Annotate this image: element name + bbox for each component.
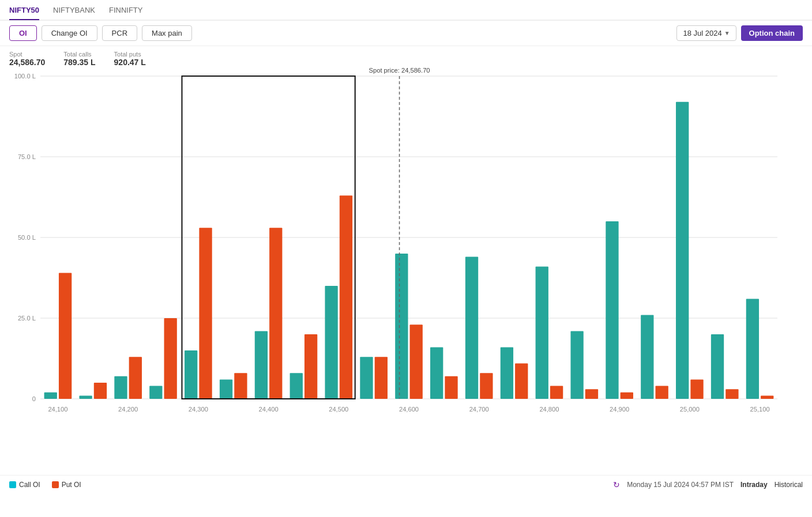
svg-rect-16 [149,386,162,399]
spot-stat: Spot 24,586.70 [9,51,45,67]
svg-text:24,300: 24,300 [189,406,208,413]
svg-rect-18 [185,350,197,399]
svg-rect-49 [725,389,738,399]
svg-text:Spot price: 24,586.70: Spot price: 24,586.70 [369,67,430,74]
svg-text:25,000: 25,000 [680,406,700,413]
svg-rect-28 [360,357,373,399]
footer-right: ↻ Monday 15 Jul 2024 04:57 PM IST Intrad… [613,480,803,489]
svg-rect-31 [410,324,423,399]
svg-rect-33 [445,376,457,399]
svg-rect-21 [234,373,247,399]
svg-text:24,400: 24,400 [259,406,279,413]
svg-text:24,900: 24,900 [610,406,629,413]
historical-button[interactable]: Historical [775,481,803,489]
svg-text:25,100: 25,100 [750,406,770,413]
svg-rect-35 [480,373,493,399]
total-calls-stat: Total calls 789.35 L [63,51,95,67]
svg-rect-51 [761,395,773,399]
svg-rect-12 [79,395,92,399]
svg-rect-42 [606,221,618,399]
put-oi-color [52,481,59,488]
svg-rect-36 [501,347,513,399]
nav-tab-finnifty[interactable]: FINNIFTY [109,1,143,20]
total-puts-stat: Total puts 920.47 L [114,51,146,67]
pcr-button[interactable]: PCR [102,25,137,41]
svg-rect-13 [94,383,107,399]
svg-text:24,600: 24,600 [399,406,419,413]
nav-tab-nifty50[interactable]: NIFTY50 [9,1,39,20]
date-value: 18 Jul 2024 [683,29,721,37]
svg-rect-25 [304,334,317,399]
chart-inner: 025.0 L50.0 L75.0 L100.0 L24,10024,20024… [40,76,777,444]
svg-rect-46 [676,102,689,399]
svg-rect-22 [255,331,268,399]
svg-rect-24 [290,373,303,399]
svg-text:25.0 L: 25.0 L [18,315,36,322]
svg-rect-20 [220,379,232,399]
chevron-down-icon: ▼ [724,30,730,36]
svg-rect-23 [269,228,282,399]
svg-rect-10 [44,393,57,399]
svg-rect-14 [114,376,127,399]
svg-text:75.0 L: 75.0 L [18,153,36,160]
svg-text:50.0 L: 50.0 L [18,234,36,241]
svg-rect-11 [59,273,72,399]
svg-rect-40 [570,331,583,399]
svg-rect-15 [129,357,142,399]
toolbar: OI Change OI PCR Max pain 18 Jul 2024 ▼ … [0,21,812,46]
intraday-button[interactable]: Intraday [740,481,768,489]
svg-text:100.0 L: 100.0 L [14,73,36,80]
legend: Call OI Put OI [9,481,81,489]
app-container: NIFTY50 NIFTYBANK FINNIFTY OI Change OI … [0,0,812,494]
refresh-icon: ↻ [613,480,620,489]
svg-rect-27 [340,195,352,399]
svg-rect-47 [690,379,703,399]
change-oi-button[interactable]: Change OI [42,25,97,41]
max-pain-button[interactable]: Max pain [142,25,192,41]
svg-text:24,700: 24,700 [469,406,489,413]
svg-rect-37 [515,363,528,399]
svg-text:24,800: 24,800 [539,406,559,413]
svg-rect-38 [536,266,548,399]
svg-rect-26 [325,286,337,399]
svg-rect-39 [550,386,563,399]
spot-label: Spot [9,51,45,58]
put-oi-legend: Put OI [52,481,81,489]
spot-value: 24,586.70 [9,58,45,67]
svg-text:24,100: 24,100 [48,406,67,413]
svg-rect-32 [430,347,443,399]
total-puts-value: 920.47 L [114,58,146,67]
date-picker[interactable]: 18 Jul 2024 ▼ [676,25,736,41]
svg-text:24,500: 24,500 [329,406,348,413]
total-calls-label: Total calls [63,51,95,58]
call-oi-legend: Call OI [9,481,40,489]
option-chain-button[interactable]: Option chain [741,25,803,41]
svg-rect-50 [746,299,759,399]
svg-rect-43 [621,393,633,399]
total-calls-value: 789.35 L [63,58,95,67]
svg-rect-19 [199,228,212,399]
svg-rect-44 [641,315,653,399]
oi-button[interactable]: OI [9,25,37,41]
total-puts-label: Total puts [114,51,146,58]
svg-text:24,200: 24,200 [118,406,138,413]
call-oi-label: Call OI [19,481,40,489]
top-nav: NIFTY50 NIFTYBANK FINNIFTY [0,0,812,21]
svg-rect-30 [395,254,408,399]
svg-text:0: 0 [32,395,36,402]
svg-rect-34 [465,257,478,399]
svg-rect-17 [164,318,177,399]
timestamp: Monday 15 Jul 2024 04:57 PM IST [627,481,734,489]
chart-area: 025.0 L50.0 L75.0 L100.0 L24,10024,20024… [0,69,812,473]
svg-rect-45 [656,386,668,399]
svg-rect-29 [375,357,388,399]
svg-rect-48 [711,334,724,399]
footer: Call OI Put OI ↻ Monday 15 Jul 2024 04:5… [0,475,812,494]
nav-tab-niftybank[interactable]: NIFTYBANK [53,1,95,20]
svg-rect-41 [585,389,598,399]
put-oi-label: Put OI [62,481,81,489]
call-oi-color [9,481,16,488]
stats-row: Spot 24,586.70 Total calls 789.35 L Tota… [0,46,812,69]
